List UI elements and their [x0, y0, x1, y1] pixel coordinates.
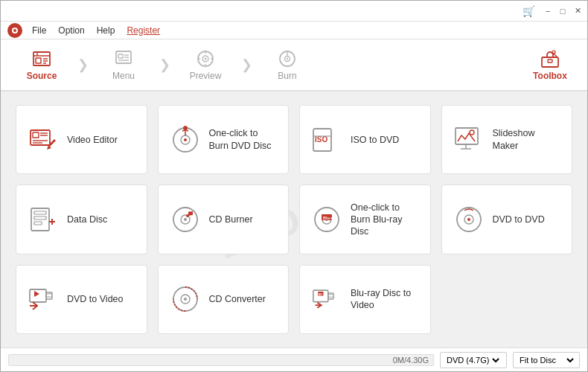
tab-source-label: Source — [27, 71, 57, 81]
svg-rect-11 — [118, 54, 123, 58]
svg-rect-80 — [328, 293, 333, 299]
disc-type-dropdown[interactable]: DVD (4.7G) DVD (8.5G) BD-25 BD-50 — [444, 355, 502, 365]
menu-tab-icon — [113, 48, 134, 69]
title-bar: 🛒 − □ ✕ — [1, 1, 587, 22]
one-click-dvd-item[interactable]: One-click to Burn DVD Disc — [158, 105, 290, 174]
svg-rect-53 — [34, 217, 46, 219]
data-disc-item[interactable]: Data Disc — [16, 185, 147, 254]
tab-menu-label: Menu — [112, 71, 135, 81]
dvd-to-dvd-icon — [454, 205, 484, 234]
cd-converter-item[interactable]: CD Converter — [158, 265, 290, 334]
nav-tabs: Source ❯ Menu ❯ — [1, 39, 587, 92]
menu-option[interactable]: Option — [52, 22, 90, 39]
one-click-bluray-item[interactable]: Blu-ray One-click to Burn Blu-ray Disc — [299, 185, 431, 254]
svg-point-38 — [184, 138, 187, 141]
cd-converter-icon — [170, 284, 200, 314]
svg-rect-27 — [548, 60, 552, 62]
main-content: DVDFab Video Editor — [1, 92, 587, 347]
one-click-bluray-label: One-click to Burn Blu-ray Disc — [351, 202, 418, 238]
svg-point-24 — [287, 58, 288, 60]
one-click-dvd-icon — [170, 125, 200, 155]
nav-arrow-1: ❯ — [75, 42, 90, 87]
one-click-bluray-icon: Blu-ray — [312, 205, 342, 234]
svg-rect-6 — [36, 58, 41, 63]
app-logo-icon — [7, 22, 23, 39]
svg-rect-54 — [34, 222, 42, 225]
iso-to-dvd-item[interactable]: ISO ISO to DVD — [299, 105, 431, 174]
svg-point-69 — [467, 218, 470, 221]
toolbox-button[interactable]: Toolbox — [520, 42, 580, 87]
menu-file[interactable]: File — [26, 22, 52, 39]
fit-mode-dropdown[interactable]: Fit to Disc High Quality Standard — [517, 355, 576, 365]
maximize-button[interactable]: □ — [556, 4, 569, 18]
dvd-to-dvd-item[interactable]: DVD to DVD — [441, 185, 573, 254]
iso-to-dvd-label: ISO to DVD — [351, 134, 399, 146]
bluray-to-video-label: Blu-ray Disc to Video — [351, 287, 418, 312]
slideshow-maker-item[interactable]: Slideshow Maker — [441, 105, 573, 174]
nav-arrow-2: ❯ — [157, 42, 172, 87]
svg-point-50 — [470, 130, 474, 135]
close-button[interactable]: ✕ — [571, 4, 584, 18]
svg-point-39 — [183, 126, 187, 129]
disc-type-select[interactable]: DVD (4.7G) DVD (8.5G) BD-25 BD-50 — [440, 352, 507, 368]
slideshow-maker-icon — [454, 125, 484, 155]
menu-register[interactable]: Register — [121, 22, 166, 39]
tab-preview[interactable]: Preview — [172, 42, 239, 87]
window-controls: − □ ✕ — [541, 4, 584, 18]
toolbox-icon — [540, 48, 560, 69]
source-tab-icon — [31, 48, 52, 69]
video-editor-label: Video Editor — [67, 134, 118, 146]
iso-to-dvd-icon: ISO — [312, 125, 342, 155]
svg-text:BR: BR — [319, 293, 323, 296]
slideshow-maker-label: Slideshow Maker — [493, 127, 560, 152]
svg-text:ISO: ISO — [315, 135, 327, 144]
bluray-to-video-item[interactable]: BR Blu-ray Disc to Video — [299, 265, 431, 334]
svg-rect-70 — [30, 289, 46, 302]
svg-point-2 — [13, 29, 16, 32]
svg-rect-31 — [33, 132, 39, 138]
video-editor-icon — [28, 125, 58, 155]
cd-converter-label: CD Converter — [209, 293, 266, 305]
menu-bar: File Option Help Register — [1, 22, 587, 39]
data-disc-icon — [28, 205, 58, 234]
cart-icon: 🛒 — [523, 5, 535, 17]
progress-label: 0M/4.30G — [393, 356, 429, 365]
cd-burner-icon — [170, 205, 200, 234]
bottom-bar: 0M/4.30G DVD (4.7G) DVD (8.5G) BD-25 BD-… — [1, 347, 587, 371]
one-click-dvd-label: One-click to Burn DVD Disc — [209, 127, 277, 152]
bluray-to-video-icon: BR — [312, 284, 342, 314]
svg-point-29 — [552, 51, 555, 54]
burn-tab-icon — [277, 48, 298, 69]
data-disc-label: Data Disc — [67, 214, 107, 225]
svg-point-76 — [184, 298, 187, 301]
video-editor-item[interactable]: Video Editor — [16, 105, 147, 174]
tab-preview-label: Preview — [190, 71, 222, 81]
nav-arrow-3: ❯ — [239, 42, 254, 87]
tool-grid: Video Editor One-click to Burn DVD Disc — [16, 105, 572, 334]
svg-rect-71 — [46, 292, 52, 299]
tab-menu[interactable]: Menu — [90, 42, 157, 87]
cd-burner-label: CD Burner — [209, 214, 253, 225]
dvd-to-video-item[interactable]: DVD to Video — [16, 265, 147, 334]
dvd-to-dvd-label: DVD to DVD — [493, 214, 545, 225]
minimize-button[interactable]: − — [541, 4, 555, 18]
tab-source[interactable]: Source — [8, 42, 75, 87]
svg-text:Blu-ray: Blu-ray — [323, 216, 338, 220]
svg-point-60 — [186, 214, 189, 217]
preview-tab-icon — [195, 48, 216, 69]
toolbox-label: Toolbox — [533, 71, 567, 81]
tab-burn[interactable]: Burn — [254, 42, 321, 87]
svg-point-59 — [184, 218, 187, 221]
fit-mode-select[interactable]: Fit to Disc High Quality Standard — [513, 352, 580, 368]
progress-area: 0M/4.30G — [8, 354, 434, 366]
cd-burner-item[interactable]: CD Burner — [158, 185, 290, 254]
dvd-to-video-icon — [28, 284, 58, 314]
svg-point-17 — [205, 58, 207, 60]
dvd-to-video-label: DVD to Video — [67, 293, 124, 305]
menu-help[interactable]: Help — [91, 22, 121, 39]
tab-burn-label: Burn — [278, 71, 296, 81]
svg-rect-52 — [34, 211, 46, 214]
empty-cell — [441, 265, 573, 334]
